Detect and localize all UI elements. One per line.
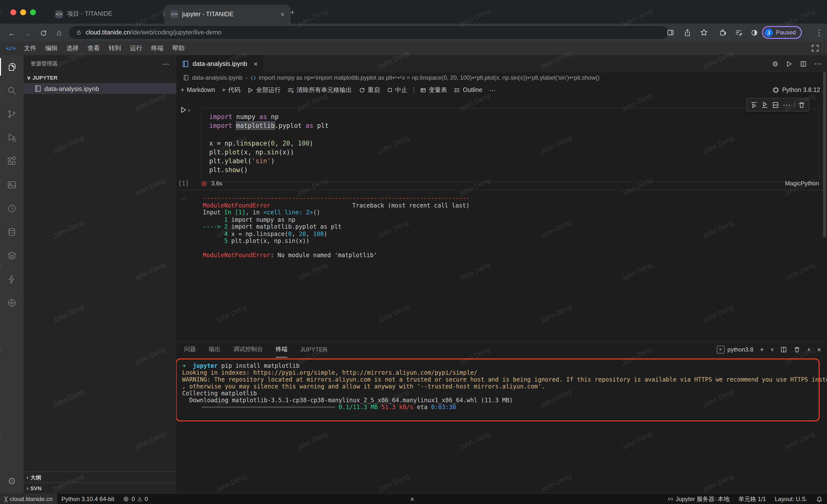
cell-divider	[176, 190, 827, 190]
cell-more-icon[interactable]: ⋯	[783, 100, 790, 109]
new-tab-button[interactable]: +	[287, 7, 298, 19]
menu-selection[interactable]: 选择	[62, 44, 83, 52]
window-zoom-button[interactable]	[30, 9, 36, 15]
restore-panel-chevrons[interactable]: »	[410, 494, 414, 504]
jupyter-server-indicator[interactable]: Jupyter 服务器: 本地	[663, 494, 734, 504]
breadcrumb-file[interactable]: data-analysis.ipynb	[192, 74, 242, 81]
activity-extensions-icon[interactable]	[0, 150, 23, 173]
run-all-button[interactable]: 全部运行	[244, 84, 284, 96]
delete-cell-icon[interactable]	[798, 101, 805, 108]
activity-preview-icon[interactable]	[0, 173, 23, 197]
notifications-bell-icon[interactable]	[812, 494, 827, 504]
extensions-puzzle-icon[interactable]	[718, 27, 728, 37]
menu-file[interactable]: 文件	[20, 44, 41, 52]
window-minimize-button[interactable]	[20, 9, 26, 15]
panel-tab-jupyter[interactable]: JUPYTER	[300, 342, 327, 357]
breadcrumb-cell-preview[interactable]: import numpy as np↵import matplotlib.pyp…	[259, 74, 599, 81]
browser-tab-project[interactable]: </> 项目 - TITANIDE ×	[49, 4, 173, 23]
menu-goto[interactable]: 转到	[104, 44, 126, 52]
editor-more-icon[interactable]: ⋯	[814, 59, 822, 68]
run-all-icon[interactable]	[786, 60, 792, 67]
sidebar-section-outline[interactable]: › 大纲	[23, 471, 176, 483]
sidebar-section-svn[interactable]: › SVN	[23, 482, 176, 494]
panel-tab-terminal[interactable]: 终端	[276, 341, 288, 357]
window-close-button[interactable]	[10, 9, 16, 15]
menu-view[interactable]: 查看	[83, 44, 104, 52]
cell-position-indicator[interactable]: 单元格 1/1	[734, 494, 770, 504]
menu-terminal[interactable]: 终端	[147, 44, 168, 52]
file-item-notebook[interactable]: data-analysis.ipynb	[23, 83, 176, 94]
clear-outputs-button[interactable]: 清除所有单元格输出	[284, 84, 355, 96]
menu-help[interactable]: 帮助	[168, 44, 189, 52]
address-bar[interactable]: cloud.titanide.cn/ide/web/coding/jupyter…	[69, 26, 669, 39]
tab-close-icon[interactable]: ×	[281, 10, 285, 18]
remote-indicator[interactable]: ╳ cloud.titanide.cn	[0, 494, 57, 504]
menu-edit[interactable]: 编辑	[41, 44, 62, 52]
terminal-dropdown-icon[interactable]: ∨	[770, 347, 774, 352]
toolbar-more-icon[interactable]: ⋯	[486, 84, 499, 96]
close-panel-icon[interactable]: ×	[817, 345, 821, 353]
browser-tab-jupyter[interactable]: </> jupyter - TITANIDE ×	[164, 4, 290, 23]
side-panel-icon[interactable]	[666, 27, 675, 37]
panel-tab-debug-console[interactable]: 调试控制台	[233, 342, 263, 357]
interrupt-button[interactable]: 中止	[384, 84, 411, 96]
run-cell-button[interactable]: ∨	[180, 106, 191, 114]
terminal-profile[interactable]: > python3.8	[717, 345, 753, 353]
reload-button[interactable]	[37, 27, 49, 39]
activity-layers-icon[interactable]	[0, 244, 23, 268]
sidebar-more-icon[interactable]: ⋯	[162, 60, 169, 68]
cell-language-mode[interactable]: MagicPython	[785, 180, 819, 187]
activity-timeline-icon[interactable]	[0, 197, 23, 220]
activity-target-icon[interactable]	[0, 291, 23, 315]
sidebar-section-jupyter[interactable]: ∨ JUPYTER	[23, 72, 176, 83]
profile-chip[interactable]: J Paused	[762, 26, 801, 39]
run-above-icon[interactable]	[750, 101, 758, 108]
notebook-settings-gear-icon[interactable]: ⚙	[772, 60, 778, 68]
forward-button[interactable]: →	[22, 27, 34, 39]
add-markdown-button[interactable]: +Markdown	[177, 84, 218, 96]
editor-tab-notebook[interactable]: data-analysis.ipynb ×	[176, 55, 263, 72]
variables-button[interactable]: 变量表	[417, 84, 451, 96]
split-terminal-icon[interactable]	[780, 346, 787, 353]
notes-extension-icon[interactable]	[733, 27, 743, 37]
restart-kernel-button[interactable]: 重启	[355, 84, 384, 96]
activity-database-icon[interactable]	[0, 220, 23, 244]
bookmark-star-icon[interactable]	[699, 27, 709, 37]
activity-run-debug-icon[interactable]	[0, 126, 23, 150]
kernel-picker[interactable]: Python 3.8.12	[772, 83, 820, 97]
add-code-button[interactable]: +代码	[218, 84, 244, 96]
maximize-panel-icon[interactable]: ∧	[807, 347, 811, 352]
python-interpreter[interactable]: Python 3.10.4 64-bit	[57, 494, 119, 504]
activity-power-icon[interactable]	[0, 268, 23, 291]
split-editor-icon[interactable]	[800, 60, 807, 67]
settings-gear-icon[interactable]: ⚙	[0, 469, 23, 493]
panel-tab-output[interactable]: 输出	[209, 342, 221, 357]
back-button[interactable]: ←	[6, 27, 18, 39]
terminal-line: WARNING: The repository located at mirro…	[182, 376, 827, 383]
share-icon[interactable]	[682, 27, 692, 37]
tab-close-icon[interactable]: ×	[254, 60, 258, 68]
terminal-content[interactable]: ➜ jupyter pip install matplotlibLooking …	[182, 362, 827, 410]
menu-run[interactable]: 运行	[126, 44, 147, 52]
kill-terminal-icon[interactable]	[794, 346, 801, 353]
activity-explorer-icon[interactable]	[0, 55, 23, 79]
fullscreen-icon[interactable]	[811, 44, 819, 52]
sidebar-header: 资源管理器 ⋯	[23, 55, 176, 72]
outline-button[interactable]: Outline	[451, 84, 486, 96]
activity-source-control-icon[interactable]	[0, 102, 23, 126]
problems-indicator[interactable]: 0 ⚠ 0	[118, 494, 152, 504]
home-button[interactable]: ⌂	[53, 27, 65, 39]
editor-actions: ⚙ ⋯	[772, 55, 822, 72]
split-cell-icon[interactable]	[772, 101, 779, 108]
activity-search-icon[interactable]	[0, 79, 23, 102]
cell-code-editor[interactable]: import numpy as npimport matplotlib.pypl…	[201, 108, 819, 182]
panel-tab-problems[interactable]: 问题	[184, 342, 196, 357]
editor-scrollbar[interactable]	[823, 72, 826, 237]
new-terminal-icon[interactable]: +	[760, 345, 764, 353]
theme-toggle-icon[interactable]	[749, 27, 759, 37]
browser-menu-icon[interactable]: ⋮	[814, 27, 824, 37]
run-below-icon[interactable]	[761, 101, 768, 108]
keyboard-layout-indicator[interactable]: Layout: U.S.	[770, 494, 812, 504]
output-collapse-icon[interactable]: ...	[180, 194, 187, 201]
panel-actions: > python3.8 + ∨ ∧ ×	[717, 342, 821, 357]
